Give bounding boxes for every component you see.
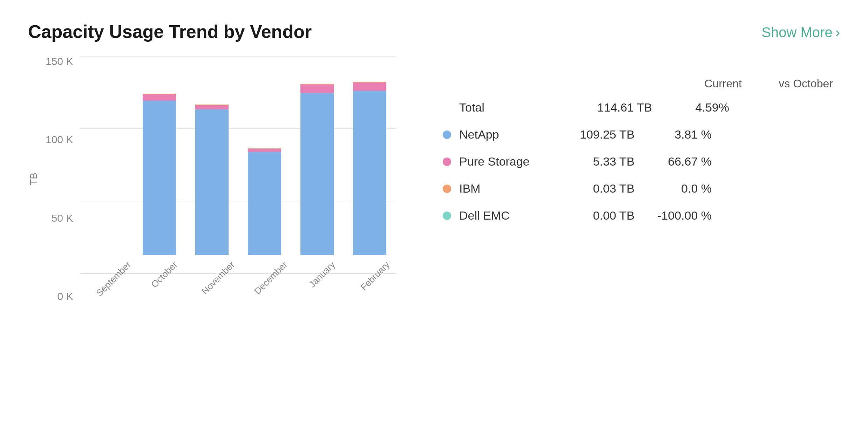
total-current: 114.61 TB <box>575 101 652 114</box>
chart-and-legend: TB 150 K 100 K 50 K 0 K <box>28 56 840 302</box>
ibm-vs: 0.0 % <box>635 182 712 195</box>
bar-group-february: February <box>346 82 393 270</box>
bar-segment-purestorage <box>300 85 334 93</box>
bar-segment-purestorage <box>353 82 386 91</box>
legend-row-total: Total 114.61 TB 4.59% <box>438 101 840 114</box>
chevron-right-icon: › <box>835 25 840 40</box>
col-header-vs: vs October <box>742 77 833 90</box>
ibm-label: IBM <box>459 182 557 195</box>
dellemc-dot <box>443 212 451 220</box>
bar-segment-purestorage <box>248 149 281 152</box>
purestorage-vs: 66.67 % <box>635 155 712 168</box>
bar-group-november: November <box>189 105 235 270</box>
bar-label-november: November <box>199 259 237 297</box>
legend-row-netapp: NetApp 109.25 TB 3.81 % <box>438 128 840 141</box>
legend-dot-wrap-dellemc <box>438 212 456 220</box>
bar-segment-netapp <box>143 101 176 255</box>
legend-row-ibm: IBM 0.03 TB 0.0 % <box>438 182 840 195</box>
legend-row-dellemc: Dell EMC 0.00 TB -100.00 % <box>438 209 840 222</box>
bar-segment-netapp <box>300 93 334 255</box>
show-more-label: Show More <box>761 25 832 40</box>
col-header-current: Current <box>665 77 742 90</box>
bar-segment-purestorage <box>143 94 176 101</box>
bar-group-september: September <box>83 255 130 270</box>
y-label-0k: 0 K <box>57 291 73 302</box>
chart-area: TB 150 K 100 K 50 K 0 K <box>28 56 396 302</box>
bar-stack-december <box>248 148 281 255</box>
netapp-vs: 3.81 % <box>635 128 712 141</box>
dellemc-label: Dell EMC <box>459 209 557 222</box>
bar-label-december: December <box>252 259 290 297</box>
y-axis-labels: 150 K 100 K 50 K 0 K <box>46 56 80 302</box>
dellemc-current: 0.00 TB <box>557 209 635 222</box>
bar-stack-october <box>143 94 176 255</box>
dashboard-card: Capacity Usage Trend by Vendor Show More… <box>0 0 868 428</box>
bar-stack-november <box>195 105 229 255</box>
purestorage-current: 5.33 TB <box>557 155 635 168</box>
bar-stack-february <box>353 82 386 255</box>
bar-label-october: October <box>149 259 179 290</box>
bar-segment-netapp <box>195 109 229 255</box>
legend-dot-wrap-netapp <box>438 131 456 139</box>
y-label-150k: 150 K <box>46 56 73 67</box>
netapp-dot <box>443 131 451 139</box>
card-header: Capacity Usage Trend by Vendor Show More… <box>28 21 840 42</box>
bar-segment-purestorage <box>195 105 229 109</box>
bar-group-january: January <box>294 84 340 270</box>
purestorage-dot <box>443 158 451 166</box>
ibm-current: 0.03 TB <box>557 182 635 195</box>
show-more-button[interactable]: Show More › <box>761 25 840 40</box>
legend-table: Current vs October Total 114.61 TB 4.59%… <box>424 56 840 236</box>
chart-body: September October <box>80 56 396 302</box>
ibm-dot <box>443 185 451 193</box>
bar-group-december: December <box>241 148 287 270</box>
netapp-current: 109.25 TB <box>557 128 635 141</box>
legend-dot-wrap-purestorage <box>438 158 456 166</box>
bar-label-january: January <box>307 259 337 290</box>
bar-label-february: February <box>359 259 392 293</box>
bar-stack-january <box>300 84 334 255</box>
page-title: Capacity Usage Trend by Vendor <box>28 21 312 42</box>
bar-label-september: September <box>94 259 133 299</box>
bar-segment-netapp <box>353 91 386 255</box>
bar-segment-netapp <box>248 152 281 255</box>
bar-group-october: October <box>136 94 182 270</box>
legend-dot-wrap-ibm <box>438 185 456 193</box>
netapp-label: NetApp <box>459 128 557 141</box>
purestorage-label: Pure Storage <box>459 155 557 168</box>
y-label-100k: 100 K <box>46 134 73 145</box>
y-axis-title: TB <box>28 173 39 185</box>
dellemc-vs: -100.00 % <box>635 209 712 222</box>
y-label-50k: 50 K <box>52 213 73 223</box>
legend-row-purestorage: Pure Storage 5.33 TB 66.67 % <box>438 155 840 168</box>
total-vs: 4.59% <box>652 101 729 114</box>
total-label: Total <box>459 101 575 114</box>
